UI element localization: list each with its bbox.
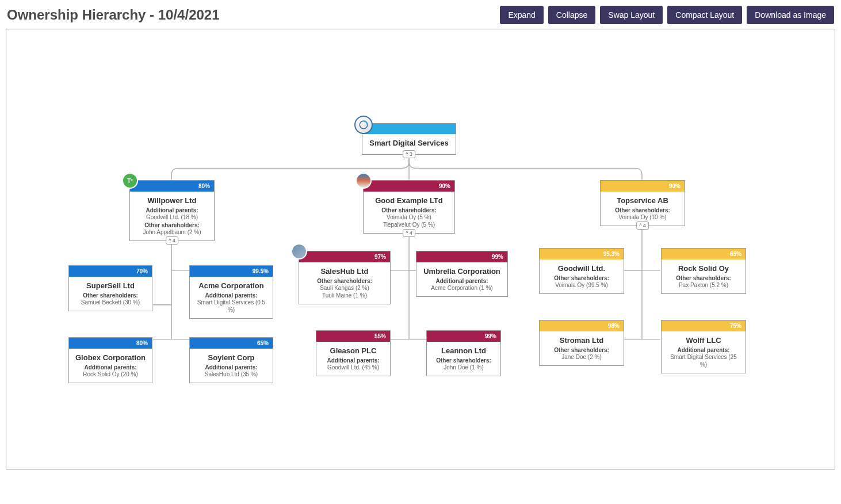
page-title: Ownership Hierarchy - 10/4/2021 [7,7,220,23]
node-smart-digital-services[interactable]: Smart Digital Services ^ 3 [362,123,456,155]
company-thumbnail-icon [355,173,372,189]
toolbar: Expand Collapse Swap Layout Compact Layo… [500,6,834,24]
node-header: 99% [416,251,507,262]
hierarchy-canvas[interactable]: Smart Digital Services ^ 3 T³ 80% Willpo… [6,29,835,469]
node-supersell[interactable]: 70% SuperSell Ltd Other shareholders: Sa… [68,265,152,311]
node-stroman[interactable]: 98% Stroman Ltd Other shareholders: Jane… [539,320,624,366]
node-detail: Voimala Oy (5 %) [369,213,449,221]
node-pct: 99% [485,333,496,339]
node-title: Rock Solid Oy [667,264,740,273]
node-detail: SalesHub Ltd (35 %) [196,371,267,378]
node-title: Willpower Ltd [136,196,208,205]
node-pct: 99.5% [253,268,269,274]
node-detail: Pax Paxton (5.2 %) [667,281,740,289]
child-count-badge[interactable]: ^ 4 [403,229,415,237]
node-good-example[interactable]: 90% Good Example LTd Other shareholders:… [363,180,455,234]
node-label: Other shareholders: [606,207,679,213]
expand-button[interactable]: Expand [500,6,543,24]
node-globex[interactable]: 80% Globex Corporation Additional parent… [68,337,152,383]
node-label: Other shareholders: [545,275,618,281]
compact-layout-button[interactable]: Compact Layout [667,6,742,24]
node-detail: Jane Doe (2 %) [545,353,618,361]
node-pct: 90% [669,183,681,189]
swap-layout-button[interactable]: Swap Layout [600,6,663,24]
node-label: Additional parents: [75,364,146,371]
node-title: Goodwill Ltd. [545,264,618,273]
node-header: 97% [299,251,390,262]
node-pct: 70% [136,268,148,274]
node-detail: Tuuli Maine (1 %) [305,292,384,299]
company-thumbnail-icon [291,243,307,259]
node-detail: Goodwill Ltd. (18 %) [136,213,208,221]
node-gleason[interactable]: 55% Gleason PLC Additional parents: Good… [316,330,391,376]
node-title: Gleason PLC [322,346,384,355]
node-header: 99.5% [190,266,273,277]
node-label: Other shareholders: [305,278,384,284]
node-pct: 99% [492,254,503,260]
node-title: SalesHub Ltd [305,267,384,276]
node-title: Soylent Corp [196,353,267,362]
node-willpower[interactable]: T³ 80% Willpower Ltd Additional parents:… [129,180,215,241]
node-title: Good Example LTd [369,196,449,205]
node-label: Additional parents: [196,292,267,299]
node-header: 80% [130,181,214,192]
node-label: Additional parents: [667,347,740,353]
node-header: 99% [427,331,500,342]
node-label: Additional parents: [196,364,267,371]
tier-badge-icon: T³ [122,173,138,189]
node-pct: 80% [198,183,210,189]
node-umbrella[interactable]: 99% Umbrella Corporation Additional pare… [416,251,508,297]
node-pct: 95.3% [603,251,620,257]
node-header: 80% [69,338,152,349]
node-detail: Smart Digital Services (0.5 %) [196,299,267,314]
node-rocksolid[interactable]: 65% Rock Solid Oy Other shareholders: Pa… [661,248,746,294]
node-detail: Samuel Beckett (30 %) [75,299,146,306]
node-goodwill[interactable]: 95.3% Goodwill Ltd. Other shareholders: … [539,248,624,294]
node-detail: Acme Corporation (1 %) [422,284,502,292]
node-label: Additional parents: [322,357,384,364]
node-pct: 65% [730,251,741,257]
download-image-button[interactable]: Download as Image [747,6,834,24]
company-logo-icon [354,116,373,134]
node-title: Leannon Ltd [433,346,495,355]
node-detail: Tiepalvelut Oy (5 %) [369,221,449,228]
node-label: Other shareholders: [136,222,208,228]
node-header: 90% [364,181,454,192]
node-label: Other shareholders: [545,347,618,353]
node-detail: John Appelbaum (2 %) [136,228,208,236]
child-count-badge[interactable]: ^ 4 [166,236,178,245]
node-topservice[interactable]: 90% Topservice AB Other shareholders: Vo… [600,180,685,226]
node-label: Additional parents: [422,278,502,284]
node-title: Globex Corporation [75,353,146,362]
node-acme[interactable]: 99.5% Acme Corporation Additional parent… [189,265,273,319]
node-label: Additional parents: [136,207,208,213]
node-title: Smart Digital Services [368,139,450,147]
node-header: 90% [601,181,685,192]
node-detail: Voimala Oy (99.5 %) [545,281,618,289]
child-count-badge[interactable]: ^ 4 [636,222,649,230]
node-wolff[interactable]: 75% Wolff LLC Additional parents: Smart … [661,320,746,373]
node-title: Acme Corporation [196,281,267,290]
node-detail: Sauli Kangas (2 %) [305,284,384,292]
node-pct: 97% [374,254,386,260]
node-header: 65% [662,249,746,259]
node-pct: 55% [374,333,386,339]
node-title: Topservice AB [606,196,679,205]
node-header [362,124,456,134]
node-detail: John Doe (1 %) [433,364,495,371]
node-title: Stroman Ltd [545,336,618,345]
node-pct: 90% [439,183,450,189]
node-saleshub[interactable]: 97% SalesHub Ltd Other shareholders: Sau… [299,251,391,304]
node-title: SuperSell Ltd [75,281,146,290]
node-label: Other shareholders: [369,207,449,213]
node-title: Wolff LLC [667,336,740,345]
child-count-badge[interactable]: ^ 3 [403,150,415,158]
node-detail: Goodwill Ltd. (45 %) [322,364,384,371]
node-leannon[interactable]: 99% Leannon Ltd Other shareholders: John… [426,330,501,376]
node-header: 95.3% [540,249,624,259]
node-label: Other shareholders: [75,292,146,299]
node-pct: 65% [257,340,269,346]
node-pct: 75% [730,323,741,329]
node-soylent[interactable]: 65% Soylent Corp Additional parents: Sal… [189,337,273,383]
collapse-button[interactable]: Collapse [548,6,595,24]
